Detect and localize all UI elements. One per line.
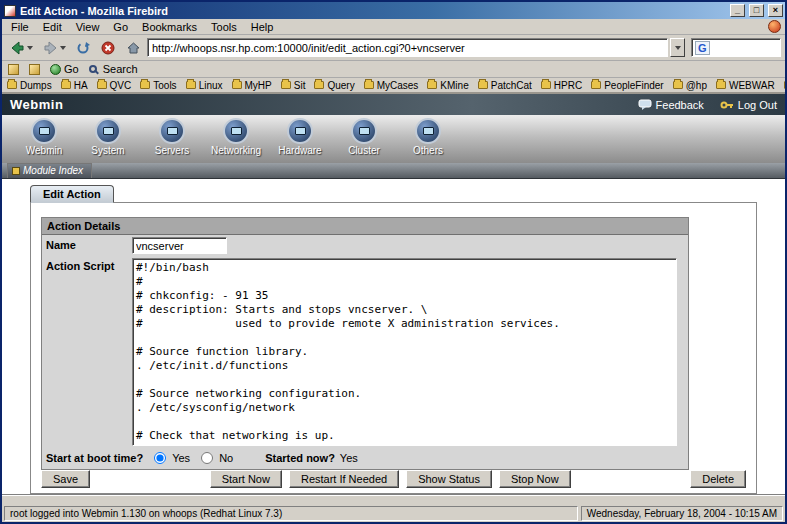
bookmark-item[interactable]: Linux xyxy=(186,80,223,91)
bookmark-label: HPRC xyxy=(554,80,582,91)
bookmark-folder-icon xyxy=(97,81,107,89)
back-button[interactable] xyxy=(6,38,37,58)
go-button[interactable]: Go xyxy=(50,63,79,75)
bookmark-item[interactable]: KMine xyxy=(427,80,468,91)
close-button[interactable]: × xyxy=(768,4,783,17)
servers-category-icon xyxy=(159,118,185,144)
restart-if-needed-button[interactable]: Restart If Needed xyxy=(289,470,399,488)
reload-button[interactable] xyxy=(72,38,95,58)
bookmark-folder-icon xyxy=(61,81,71,89)
boot-yes-radio[interactable] xyxy=(154,452,166,464)
titlebar: Edit Action - Mozilla Firebird _ □ × xyxy=(2,2,785,19)
stop-button[interactable] xyxy=(97,38,120,58)
bookmark-item[interactable]: MyCases xyxy=(364,80,419,91)
bookmark-label: PatchCat xyxy=(491,80,532,91)
webmin-nav-system[interactable]: System xyxy=(82,118,134,156)
logout-link[interactable]: Log Out xyxy=(720,99,777,111)
webmin-nav-cluster[interactable]: Cluster xyxy=(338,118,390,156)
webmin-nav-webmin[interactable]: Webmin xyxy=(18,118,70,156)
search-box[interactable]: G xyxy=(691,38,781,57)
bookmark-item[interactable]: HPRC xyxy=(541,80,582,91)
delete-button[interactable]: Delete xyxy=(690,470,746,488)
networking-category-icon xyxy=(223,118,249,144)
menu-help[interactable]: Help xyxy=(244,20,281,34)
reload-icon xyxy=(76,41,91,55)
navigation-toolbar: G xyxy=(2,35,785,61)
category-label: Cluster xyxy=(348,145,380,156)
datetime-text: Wednesday, February 18, 2004 - 10:15 AM xyxy=(581,506,783,521)
boot-yes-label: Yes xyxy=(172,452,190,464)
forward-arrow-icon xyxy=(43,41,58,55)
toolbar-icon-1[interactable] xyxy=(8,64,19,75)
webmin-nav-others[interactable]: Others xyxy=(402,118,454,156)
feedback-label: Feedback xyxy=(656,99,704,111)
cluster-category-icon xyxy=(351,118,377,144)
save-button[interactable]: Save xyxy=(41,470,90,488)
action-script-textarea[interactable]: #!/bin/bash # # chkconfig: - 91 35 # des… xyxy=(132,258,677,446)
bookmark-item[interactable]: PatchCat xyxy=(478,80,532,91)
chevron-down-icon xyxy=(675,46,681,50)
feedback-link[interactable]: Feedback xyxy=(638,99,704,111)
key-icon xyxy=(720,99,734,111)
bookmark-label: Dumps xyxy=(20,80,52,91)
menu-file[interactable]: File xyxy=(4,20,36,34)
bookmark-item[interactable]: HA xyxy=(61,80,88,91)
home-icon xyxy=(126,41,141,55)
menu-view[interactable]: View xyxy=(69,20,107,34)
bookmark-item[interactable]: MyHP xyxy=(232,80,272,91)
bookmark-label: KMine xyxy=(440,80,468,91)
secondary-toolbar: Go Search xyxy=(2,61,785,78)
bookmark-item[interactable]: PeopleFinder xyxy=(591,80,663,91)
webmin-nav-hardware[interactable]: Hardware xyxy=(274,118,326,156)
bookmark-folder-icon xyxy=(716,81,726,89)
stop-now-button[interactable]: Stop Now xyxy=(499,470,571,488)
stop-icon xyxy=(101,41,116,55)
name-label: Name xyxy=(46,237,132,254)
search-button[interactable]: Search xyxy=(89,63,138,75)
bookmark-item[interactable]: QVC xyxy=(97,80,132,91)
system-category-icon xyxy=(95,118,121,144)
tab-edit-action: Edit Action xyxy=(30,185,114,203)
bookmark-label: MyCases xyxy=(377,80,419,91)
menu-bookmarks[interactable]: Bookmarks xyxy=(135,20,204,34)
url-input[interactable] xyxy=(147,38,668,57)
url-dropdown-button[interactable] xyxy=(670,38,685,57)
forward-button[interactable] xyxy=(39,38,70,58)
bookmark-item[interactable]: @hp xyxy=(673,80,707,91)
boot-no-label: No xyxy=(219,452,233,464)
minimize-button[interactable]: _ xyxy=(730,4,745,17)
bookmark-label: @hp xyxy=(686,80,707,91)
name-input[interactable] xyxy=(132,237,227,254)
bookmark-folder-icon xyxy=(427,81,437,89)
bookmark-item[interactable]: Sit xyxy=(281,80,306,91)
webmin-nav-servers[interactable]: Servers xyxy=(146,118,198,156)
category-label: Webmin xyxy=(26,145,63,156)
module-index-icon xyxy=(12,167,20,175)
window-title: Edit Action - Mozilla Firebird xyxy=(20,5,726,17)
firebird-logo-icon xyxy=(768,20,781,33)
bookmark-item[interactable]: Dumps xyxy=(7,80,52,91)
status-bar: root logged into Webmin 1.130 on whoops … xyxy=(2,504,785,522)
bookmark-label: QVC xyxy=(110,80,132,91)
maximize-button[interactable]: □ xyxy=(749,4,764,17)
menu-edit[interactable]: Edit xyxy=(36,20,69,34)
toolbar-icon-2[interactable] xyxy=(29,64,40,75)
bookmark-item[interactable]: Query xyxy=(314,80,354,91)
menu-go[interactable]: Go xyxy=(106,20,135,34)
start-now-button[interactable]: Start Now xyxy=(210,470,282,488)
back-arrow-icon xyxy=(10,41,25,55)
search-icon xyxy=(89,65,97,73)
boot-no-radio[interactable] xyxy=(201,452,213,464)
bookmark-item[interactable]: Tools xyxy=(140,80,176,91)
bookmark-item[interactable]: WOW xyxy=(784,80,785,91)
bookmark-folder-icon xyxy=(478,81,488,89)
menu-tools[interactable]: Tools xyxy=(204,20,244,34)
show-status-button[interactable]: Show Status xyxy=(406,470,492,488)
bookmark-folder-icon xyxy=(281,81,291,89)
home-button[interactable] xyxy=(122,38,145,58)
module-index-link[interactable]: Module Index xyxy=(7,163,92,178)
section-title: Action Details xyxy=(42,218,688,235)
bookmark-item[interactable]: WEBWAR xyxy=(716,80,775,91)
webmin-nav-networking[interactable]: Networking xyxy=(210,118,262,156)
bookmark-folder-icon xyxy=(232,81,242,89)
